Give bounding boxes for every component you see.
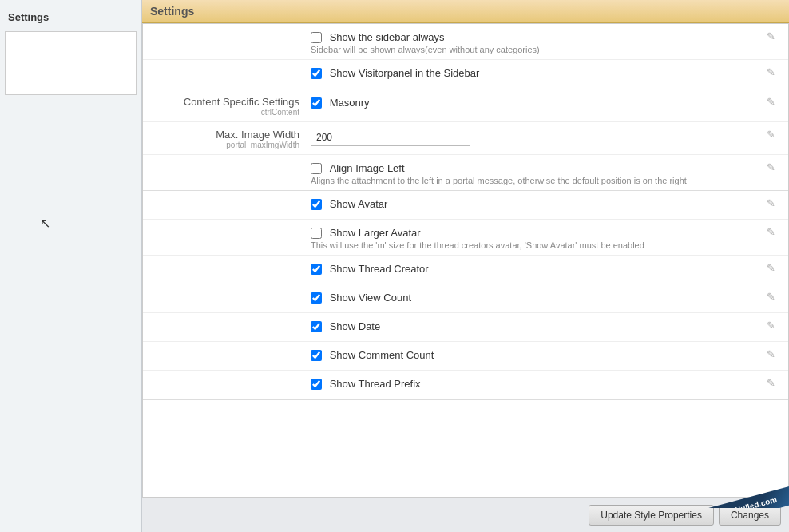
page-title: Settings <box>150 5 194 18</box>
show-avatar-text: Show Avatar <box>330 198 388 210</box>
checkbox-show-view-count[interactable] <box>311 292 322 304</box>
row-show-sidebar-always: Show the sidebar always Sidebar will be … <box>143 24 788 60</box>
edit-icon-max-image-width[interactable]: ✎ <box>761 127 780 141</box>
show-thread-creator-text: Show Thread Creator <box>330 263 429 275</box>
edit-icon-show-thread-prefix[interactable]: ✎ <box>761 375 780 389</box>
section-general: Show the sidebar always Sidebar will be … <box>143 24 788 89</box>
show-larger-avatar-text: Show Larger Avatar <box>330 227 421 239</box>
control-show-thread-creator: Show Thread Creator <box>311 260 761 275</box>
edit-icon-show-sidebar-always[interactable]: ✎ <box>761 29 780 42</box>
edit-icon-show-larger-avatar[interactable]: ✎ <box>761 224 780 238</box>
row-max-image-width: Max. Image Width portal_maxImgWidth ✎ <box>143 122 788 155</box>
checkbox-label-show-avatar[interactable]: Show Avatar <box>311 197 387 209</box>
edit-icon-show-avatar[interactable]: ✎ <box>761 196 780 209</box>
checkbox-label-align-image-left[interactable]: Align Image Left <box>311 161 405 173</box>
row-show-thread-prefix: Show Thread Prefix ✎ <box>143 371 788 399</box>
control-show-visitorpanel: Show Visitorpanel in the Sidebar <box>311 65 761 79</box>
main-area: Settings Show the sidebar always Sidebar… <box>142 0 789 532</box>
edit-icon-show-view-count[interactable]: ✎ <box>761 289 780 303</box>
checkbox-label-show-larger-avatar[interactable]: Show Larger Avatar <box>311 226 421 238</box>
edit-icon-align-image-left[interactable]: ✎ <box>761 160 780 173</box>
section-content-specific: Content Specific Settings ctrlContent Ma… <box>143 89 788 191</box>
label-align-image-left <box>151 160 311 161</box>
edit-icon-show-date[interactable]: ✎ <box>761 318 780 332</box>
checkbox-show-larger-avatar[interactable] <box>311 228 322 239</box>
checkbox-label-masonry[interactable]: Masonry <box>311 96 369 108</box>
checkbox-label-show-thread-prefix[interactable]: Show Thread Prefix <box>311 377 421 389</box>
label-show-date <box>151 318 311 320</box>
checkbox-label-show-view-count[interactable]: Show View Count <box>311 291 411 303</box>
align-image-left-hint: Aligns the attachment to the left in a p… <box>311 176 761 185</box>
control-align-image-left: Align Image Left Aligns the attachment t… <box>311 160 761 185</box>
edit-icon-show-comment-count[interactable]: ✎ <box>761 347 780 360</box>
settings-content: Show the sidebar always Sidebar will be … <box>142 23 789 498</box>
checkbox-show-date[interactable] <box>311 321 322 332</box>
show-larger-avatar-hint: This will use the 'm' size for the threa… <box>311 240 761 250</box>
row-align-image-left: Align Image Left Aligns the attachment t… <box>143 155 788 190</box>
content-specific-label: Content Specific Settings <box>184 96 299 108</box>
show-sidebar-always-hint: Sidebar will be shown always(even withou… <box>311 45 761 54</box>
max-image-width-sub-label: portal_maxImgWidth <box>151 141 299 149</box>
sidebar: Settings <box>0 0 142 532</box>
label-content-specific: Content Specific Settings ctrlContent <box>151 94 311 117</box>
label-show-larger-avatar <box>151 224 311 226</box>
control-show-sidebar-always: Show the sidebar always Sidebar will be … <box>311 29 761 54</box>
row-show-thread-creator: Show Thread Creator ✎ <box>143 256 788 284</box>
control-show-larger-avatar: Show Larger Avatar This will use the 'm'… <box>311 224 761 250</box>
control-show-date: Show Date <box>311 318 761 332</box>
label-show-thread-creator <box>151 260 311 262</box>
edit-icon-show-thread-creator[interactable]: ✎ <box>761 260 780 274</box>
show-comment-count-text: Show Comment Count <box>330 349 434 361</box>
show-sidebar-always-text: Show the sidebar always <box>330 31 445 43</box>
checkbox-masonry[interactable] <box>311 97 322 109</box>
checkbox-label-show-visitorpanel[interactable]: Show Visitorpanel in the Sidebar <box>311 66 479 78</box>
row-show-date: Show Date ✎ <box>143 313 788 342</box>
label-show-avatar <box>151 196 311 197</box>
section-thread: Show Avatar ✎ Show Larger Avatar This wi… <box>143 191 788 400</box>
control-show-view-count: Show View Count <box>311 289 761 304</box>
row-show-larger-avatar: Show Larger Avatar This will use the 'm'… <box>143 220 788 256</box>
label-show-visitorpanel <box>151 65 311 66</box>
checkbox-show-thread-prefix[interactable] <box>311 379 322 390</box>
masonry-text: Masonry <box>330 97 370 109</box>
sidebar-title: Settings <box>0 6 141 28</box>
label-show-sidebar-always <box>151 29 311 30</box>
control-show-thread-prefix: Show Thread Prefix <box>311 375 761 390</box>
show-date-text: Show Date <box>330 320 381 332</box>
max-image-width-input[interactable] <box>311 129 470 146</box>
max-image-width-label: Max. Image Width <box>216 129 299 141</box>
align-image-left-text: Align Image Left <box>330 162 405 174</box>
row-show-avatar: Show Avatar ✎ <box>143 191 788 220</box>
checkbox-label-show-comment-count[interactable]: Show Comment Count <box>311 348 434 360</box>
control-show-avatar: Show Avatar <box>311 196 761 210</box>
checkbox-show-visitorpanel[interactable] <box>311 68 322 79</box>
update-style-properties-button[interactable]: Update Style Properties <box>589 505 714 526</box>
footer-bar: Update Style Properties Changes <box>142 498 789 532</box>
edit-icon-show-visitorpanel[interactable]: ✎ <box>761 65 780 78</box>
row-show-comment-count: Show Comment Count ✎ <box>143 342 788 371</box>
watermark-text: LoveNulled.com <box>701 484 789 508</box>
row-masonry: Content Specific Settings ctrlContent Ma… <box>143 89 788 122</box>
checkbox-show-thread-creator[interactable] <box>311 264 322 275</box>
checkbox-show-comment-count[interactable] <box>311 350 322 361</box>
control-max-image-width <box>311 127 761 146</box>
watermark: LoveNulled.com <box>701 452 789 508</box>
show-visitorpanel-text: Show Visitorpanel in the Sidebar <box>330 67 480 79</box>
label-show-view-count <box>151 289 311 291</box>
control-masonry: Masonry <box>311 94 761 109</box>
checkbox-label-show-thread-creator[interactable]: Show Thread Creator <box>311 262 429 274</box>
checkbox-label-show-date[interactable]: Show Date <box>311 320 380 332</box>
row-show-view-count: Show View Count ✎ <box>143 284 788 313</box>
edit-icon-masonry[interactable]: ✎ <box>761 94 780 108</box>
checkbox-label-show-sidebar-always[interactable]: Show the sidebar always <box>311 30 444 42</box>
checkbox-show-avatar[interactable] <box>311 199 322 210</box>
control-show-comment-count: Show Comment Count <box>311 347 761 361</box>
content-specific-sub-label: ctrlContent <box>151 108 299 117</box>
sidebar-content <box>5 31 137 95</box>
show-thread-prefix-text: Show Thread Prefix <box>330 378 421 390</box>
label-show-thread-prefix <box>151 375 311 377</box>
label-max-image-width: Max. Image Width portal_maxImgWidth <box>151 127 311 149</box>
show-view-count-text: Show View Count <box>330 292 411 304</box>
checkbox-show-sidebar-always[interactable] <box>311 32 322 43</box>
checkbox-align-image-left[interactable] <box>311 163 322 174</box>
